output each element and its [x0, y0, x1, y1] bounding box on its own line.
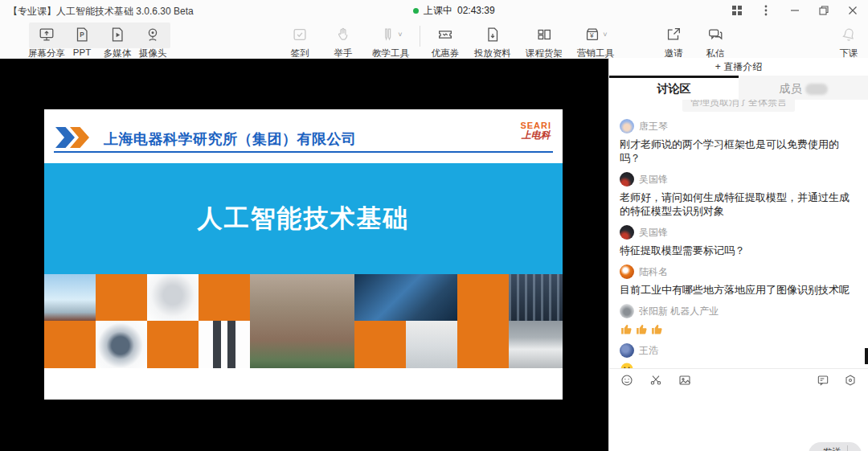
thumbs-up-x3-emoji	[620, 322, 858, 336]
ppt-icon: P	[73, 23, 91, 47]
send-divider	[847, 445, 848, 451]
avatar	[620, 119, 634, 133]
system-notice: 管理员取消了全体禁言	[682, 100, 795, 112]
tab-members[interactable]: 成员	[739, 76, 868, 100]
tile-orange	[199, 274, 250, 321]
tab-discussion-label: 讨论区	[657, 82, 691, 96]
title-bar: 【专业课】人工智能技术基础 3.0.6.30 Beta 上课中 02:43:39	[0, 0, 868, 21]
dropdown-caret-icon: ˅	[603, 31, 607, 39]
panel-tabs: 讨论区 成员	[609, 76, 868, 100]
close-button[interactable]	[842, 2, 863, 19]
restore-button[interactable]	[813, 2, 834, 19]
header-rule	[54, 151, 553, 153]
svg-text:¥: ¥	[589, 32, 594, 39]
video-stage: 腾讯课堂 上海电器科学研究所（集团）有限公司 SEARI 上电科 人工智能技术基…	[0, 59, 608, 451]
end-class-button[interactable]: 下课	[829, 23, 868, 59]
tile-orange	[44, 321, 96, 368]
screenshot-scissors-button[interactable]	[649, 374, 662, 387]
send-label: 发送	[823, 445, 842, 451]
dropdown-caret-icon: ˅	[398, 31, 402, 39]
seari-logo-cn: 上电科	[520, 130, 551, 141]
chat-message: 吴国锋 特征提取模型需要标记吗？	[620, 225, 858, 257]
course-shelf-button[interactable]: 课程货架	[518, 23, 570, 59]
tile-orange	[354, 321, 406, 368]
chat-message-list[interactable]: 管理员取消了全体禁言 唐王琴 刚才老师说的两个学习框架也是可以免费使用的吗？ 吴…	[609, 100, 868, 368]
svg-text:P: P	[80, 31, 84, 39]
chat-message: 唐王琴 刚才老师说的两个学习框架也是可以免费使用的吗？	[620, 119, 858, 165]
raise-hand-button[interactable]: 举手	[321, 23, 365, 59]
tile-building-photo	[250, 274, 354, 368]
message-text: 刚才老师说的两个学习框架也是可以免费使用的吗？	[620, 137, 858, 165]
more-menu-button[interactable]	[755, 2, 776, 19]
slide: 上海电器科学研究所（集团）有限公司 SEARI 上电科 人工智能技术基础	[44, 109, 563, 400]
live-dot-icon	[413, 8, 419, 14]
avatar	[620, 225, 634, 240]
kissing-face-icon	[620, 362, 634, 368]
ppt-button[interactable]: P PPT	[64, 23, 100, 59]
avatar	[620, 172, 634, 187]
direct-message-button[interactable]: 私信	[694, 23, 736, 59]
member-count-blurred	[805, 84, 828, 95]
sender-name: 陆科名	[639, 265, 668, 279]
send-button[interactable]: 发送	[809, 442, 862, 451]
screen-share-label: 屏幕分享	[28, 47, 65, 59]
thumbs-up-icon	[620, 322, 633, 336]
check-in-icon	[291, 23, 309, 47]
multimedia-button[interactable]: 多媒体	[100, 23, 135, 59]
teaching-tools-label: 教学工具	[372, 47, 409, 59]
materials-icon	[484, 23, 502, 47]
minimize-button[interactable]	[784, 2, 805, 19]
tile-orange	[147, 321, 199, 368]
side-panel: + 直播介绍 讨论区 成员 管理员取消了全体禁言 唐王琴 刚才老师说的两个学习框…	[608, 58, 868, 451]
chat-notice-button[interactable]	[817, 374, 829, 387]
tile-car-photo	[509, 321, 563, 368]
screen-share-button[interactable]: 屏幕分享	[29, 23, 64, 59]
avatar	[620, 264, 634, 279]
camera-button[interactable]: 摄像头	[135, 23, 170, 59]
course-shelf-label: 课程货架	[526, 47, 563, 59]
kissing-face-emoji	[620, 362, 858, 368]
marketing-tools-button[interactable]: ¥ ˅ 营销工具	[570, 23, 621, 59]
message-text: 老师好，请问如何生成特征提取模型，并通过生成的特征模型去识别对象	[620, 191, 858, 218]
emoji-button[interactable]	[620, 374, 633, 387]
slide-title: 人工智能技术基础	[198, 202, 410, 236]
coupon-button[interactable]: 优惠券	[424, 23, 467, 59]
sender-name: 唐王琴	[639, 120, 668, 133]
coupon-icon	[436, 23, 454, 47]
tile-wind-turbine-photo	[44, 274, 96, 321]
photo-checkerboard	[44, 274, 563, 368]
live-intro-tab[interactable]: + 直播介绍	[609, 58, 868, 76]
sender-name: 张阳新 机器人产业	[639, 305, 719, 318]
thumbs-up-icon	[650, 322, 664, 336]
ppt-label: PPT	[73, 47, 91, 57]
sender-name: 王浩	[639, 344, 658, 358]
teaching-tools-button[interactable]: ˅ 教学工具	[365, 23, 416, 59]
chat-settings-button[interactable]	[844, 374, 857, 387]
message-text: 目前工业中有哪些地方落地应用了图像识别技术呢	[620, 283, 858, 297]
chat-message: 王浩	[620, 343, 858, 368]
message-input[interactable]	[609, 392, 868, 441]
tile-robot-photo	[147, 274, 199, 321]
slide-header: 上海电器科学研究所（集团）有限公司 SEARI 上电科	[44, 109, 563, 163]
materials-button[interactable]: 投放资料	[467, 23, 518, 59]
live-status: 上课中 02:43:39	[413, 0, 495, 21]
camera-icon	[144, 23, 162, 47]
window-title: 【专业课】人工智能技术基础 3.0.6.30 Beta	[8, 5, 194, 18]
tile-motor-photo	[96, 321, 147, 368]
tab-discussion[interactable]: 讨论区	[609, 76, 739, 100]
tile-circuit-breaker-photo	[199, 321, 250, 368]
chevron-logo-icon	[55, 127, 89, 148]
toolbar-divider	[420, 26, 420, 47]
invite-button[interactable]: 邀请	[653, 23, 694, 59]
chat-message: 张阳新 机器人产业	[620, 304, 858, 336]
tile-solar-panel-photo	[354, 274, 457, 321]
layout-grid-button[interactable]	[727, 2, 747, 19]
tile-orange	[457, 321, 509, 368]
end-class-icon	[840, 23, 858, 47]
chat-scrollbar[interactable]	[865, 348, 868, 364]
live-timer: 02:43:39	[457, 5, 495, 16]
tile-lab-room-photo	[406, 321, 457, 368]
check-in-button[interactable]: 签到	[278, 23, 321, 59]
avatar	[620, 343, 634, 358]
image-button[interactable]	[678, 374, 691, 387]
